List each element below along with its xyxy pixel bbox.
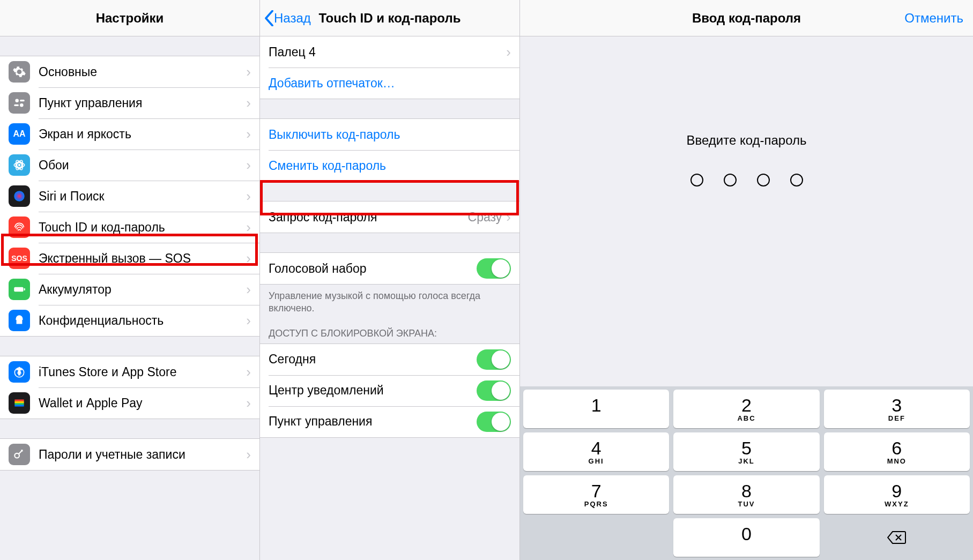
finger-4-label: Палец 4 (269, 45, 506, 59)
control-center-row[interactable]: Пункт управления (260, 406, 519, 437)
chevron-right-icon: › (246, 126, 251, 143)
itunes-icon (9, 361, 30, 383)
notif-label: Центр уведомлений (269, 383, 477, 398)
svg-rect-16 (14, 403, 24, 405)
chevron-right-icon: › (246, 364, 251, 380)
key-digit: 2 (741, 396, 752, 414)
svg-rect-3 (14, 104, 19, 106)
keypad-blank (523, 518, 669, 557)
finger-4-row[interactable]: Палец 4 › (260, 36, 519, 68)
key-digit: 9 (892, 482, 902, 500)
keypad-key-3[interactable]: 3DEF (824, 390, 970, 428)
change-passcode-label: Сменить код-пароль (269, 159, 511, 173)
key-digit: 0 (741, 525, 752, 543)
row-label: Touch ID и код-пароль (39, 220, 246, 235)
row-label: Wallet и Apple Pay (39, 396, 246, 410)
row-label: Пароли и учетные записи (39, 447, 246, 462)
settings-row-touch[interactable]: Touch ID и код-пароль› (0, 212, 259, 243)
voice-dial-switch[interactable] (477, 258, 511, 279)
touch-id-pane: Назад Touch ID и код-пароль Палец 4 › До… (260, 0, 520, 560)
svg-rect-15 (14, 401, 24, 403)
chevron-right-icon: › (246, 64, 251, 80)
passcode-prompt: Введите код-пароль (520, 133, 973, 148)
battery-icon (9, 279, 30, 300)
voice-dial-row[interactable]: Голосовой набор (260, 253, 519, 284)
svg-rect-1 (20, 100, 25, 101)
general-icon (9, 61, 30, 83)
settings-row-general[interactable]: Основные› (0, 56, 259, 87)
settings-row-control[interactable]: Пункт управления› (0, 87, 259, 118)
row-label: iTunes Store и App Store (39, 365, 246, 379)
require-passcode-row[interactable]: Запрос код-пароля Сразу › (260, 201, 519, 233)
cancel-button[interactable]: Отменить (904, 11, 963, 26)
privacy-icon (9, 310, 30, 331)
svg-rect-14 (14, 400, 24, 401)
notif-switch[interactable] (477, 380, 511, 401)
accounts-icon (9, 444, 30, 465)
control-icon (9, 92, 30, 114)
require-passcode-value: Сразу (468, 210, 502, 225)
add-fingerprint-label: Добавить отпечаток… (269, 76, 511, 91)
key-digit: 7 (591, 482, 601, 500)
settings-row-wallpaper[interactable]: Обои› (0, 150, 259, 181)
settings-navbar: Настройки (0, 0, 259, 36)
svg-point-18 (14, 453, 19, 458)
require-passcode-label: Запрос код-пароля (269, 210, 468, 225)
change-passcode-row[interactable]: Сменить код-пароль (260, 150, 519, 181)
svg-rect-11 (24, 288, 25, 290)
settings-row-display[interactable]: AAЭкран и яркость› (0, 118, 259, 150)
svg-rect-17 (14, 405, 24, 406)
row-label: Аккумулятор (39, 282, 246, 297)
key-letters: MNO (887, 457, 907, 465)
today-switch[interactable] (477, 349, 511, 370)
row-label: Обои (39, 158, 246, 173)
svg-point-0 (15, 99, 19, 102)
ctrl-switch[interactable] (477, 412, 511, 432)
row-label: Siri и Поиск (39, 189, 246, 204)
key-digit: 8 (741, 482, 752, 500)
notification-center-row[interactable]: Центр уведомлений (260, 375, 519, 406)
keypad-key-7[interactable]: 7PQRS (523, 475, 669, 514)
settings-title: Настройки (96, 11, 164, 26)
wallpaper-icon (9, 154, 30, 176)
key-letters (745, 543, 748, 551)
chevron-right-icon: › (246, 188, 251, 205)
chevron-right-icon: › (246, 446, 251, 463)
chevron-right-icon: › (506, 209, 511, 226)
key-digit: 4 (591, 439, 601, 457)
settings-row-siri[interactable]: Siri и Поиск› (0, 181, 259, 212)
settings-row-accounts[interactable]: Пароли и учетные записи› (0, 439, 259, 470)
settings-row-wallet[interactable]: Wallet и Apple Pay› (0, 387, 259, 419)
svg-point-9 (14, 191, 25, 201)
settings-row-sos[interactable]: SOSЭкстренный вызов — SOS› (0, 243, 259, 274)
keypad-key-8[interactable]: 8TUV (673, 475, 819, 514)
touch-id-navbar: Назад Touch ID и код-пароль (260, 0, 519, 36)
keypad-key-2[interactable]: 2ABC (673, 390, 819, 428)
key-digit: 3 (892, 396, 902, 414)
settings-row-privacy[interactable]: Конфиденциальность› (0, 305, 259, 336)
key-letters: ABC (737, 414, 755, 422)
keypad-key-9[interactable]: 9WXYZ (824, 475, 970, 514)
turn-off-passcode-row[interactable]: Выключить код-пароль (260, 119, 519, 150)
ctrl-label: Пункт управления (269, 414, 477, 429)
keypad-backspace[interactable] (824, 518, 970, 557)
settings-row-itunes[interactable]: iTunes Store и App Store› (0, 356, 259, 387)
key-letters: GHI (589, 457, 604, 465)
keypad-key-0[interactable]: 0 (673, 518, 819, 557)
today-row[interactable]: Сегодня (260, 344, 519, 375)
svg-rect-10 (14, 287, 23, 292)
keypad-key-5[interactable]: 5JKL (673, 432, 819, 471)
passcode-dot (790, 174, 803, 186)
lock-screen-header: ДОСТУП С БЛОКИРОВКОЙ ЭКРАНА: (260, 318, 519, 344)
passcode-navbar: Ввод код-пароля Отменить (520, 0, 973, 36)
key-letters: JKL (738, 457, 755, 465)
add-fingerprint-row[interactable]: Добавить отпечаток… (260, 68, 519, 99)
settings-row-battery[interactable]: Аккумулятор› (0, 274, 259, 305)
keypad-key-4[interactable]: 4GHI (523, 432, 669, 471)
back-button[interactable]: Назад (264, 10, 311, 26)
svg-point-2 (20, 103, 24, 107)
chevron-left-icon (264, 10, 274, 26)
keypad-key-1[interactable]: 1 (523, 390, 669, 428)
chevron-right-icon: › (246, 219, 251, 236)
keypad-key-6[interactable]: 6MNO (824, 432, 970, 471)
